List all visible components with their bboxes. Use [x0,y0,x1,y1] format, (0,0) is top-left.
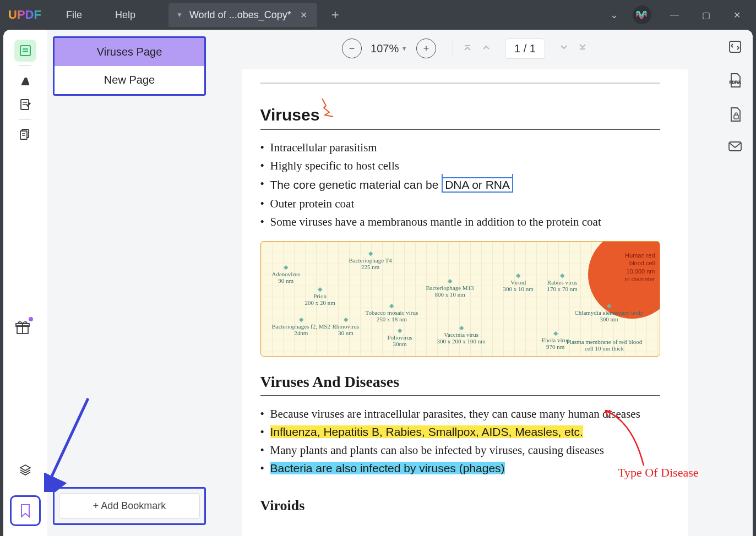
convert-icon [728,40,742,54]
bookmark-item[interactable]: New Page [55,66,204,94]
list-item: Highly specific to host cells [260,157,660,175]
list-item: Outer protein coat [260,195,660,213]
document-viewport[interactable]: Viruses Intracellular parasitism Highly … [211,67,717,536]
bookmark-icon [19,504,31,518]
last-page-button[interactable] [578,43,587,54]
document-page: Viruses Intracellular parasitism Highly … [242,69,688,536]
share-button[interactable] [728,141,742,154]
annotate-button[interactable] [14,69,36,91]
diagram-label: ◆Rhinovirus30 nm [333,316,360,336]
squiggle-annotation [319,96,341,118]
diagram-label: ◆Bacteriophage T4225 nm [349,250,392,270]
edit-page-icon [19,99,31,111]
pdfa-icon: PDF/A [728,73,742,88]
handwriting-annotation: Type Of Disease [618,466,698,480]
arrow-annotation [44,393,99,492]
diagram-label: ◆Adenovirus90 nm [272,264,300,284]
bookmarks-panel-button[interactable] [10,495,41,526]
bullet-list: Intracellular parasitism Highly specific… [260,139,660,231]
prev-page-button[interactable] [482,43,491,54]
thumbnails-button[interactable] [14,40,36,62]
diagram-label: ◆Poliovirus30nm [388,327,412,347]
convert-button[interactable] [728,40,742,56]
list-item: Intracellular parasitism [260,139,660,157]
gift-icon [14,319,31,336]
diagram-label: ◆Viroid300 x 10 nm [503,272,534,292]
arrow-annotation [600,405,655,471]
svg-rect-15 [730,41,741,52]
bookmarks-panel: Viruses Page New Page + Add Bookmark [47,30,211,536]
layers-icon [19,463,32,477]
heading-diseases: Viruses And Diseases [260,373,400,391]
menu-help[interactable]: Help [99,9,152,21]
list-item: Some viruses have a membranous mantle in… [260,213,660,231]
add-bookmark-button[interactable]: + Add Bookmark [59,493,200,519]
diagram-label: Plasma membrane of red blood cell 10 nm … [566,338,643,352]
thumbnails-icon [19,45,31,57]
pdfa-button[interactable]: PDF/A [728,73,742,90]
tab-close-icon[interactable]: ✕ [298,10,309,20]
menu-file[interactable]: File [50,9,99,21]
layers-button[interactable] [14,459,36,481]
left-rail [3,30,47,536]
heading-viroids: Viroids [260,497,305,514]
close-button[interactable]: ✕ [729,6,745,25]
tab-title: World of ...obes_Copy* [189,9,291,21]
svg-rect-17 [734,115,738,119]
diagram-label: ◆Bacteriophages f2, MS224nm [272,316,331,336]
zoom-out-button[interactable]: − [342,39,362,58]
tab-dropdown-icon[interactable]: ▼ [176,11,183,19]
chevron-down-icon: ▼ [401,45,407,52]
minimize-button[interactable]: — [666,6,683,24]
lock-page-icon [728,107,742,122]
document-tab[interactable]: ▼ World of ...obes_Copy* ✕ [168,3,317,27]
edit-button[interactable] [14,94,36,116]
diagram-label: ◆Prion200 x 20 nm [305,286,335,306]
window-dropdown-icon[interactable]: ⌄ [610,9,618,21]
boxed-text-annotation: DNA or RNA [442,177,513,193]
diagram-label: ◆Rabies virus170 x 70 nm [547,272,578,292]
pages-button[interactable] [14,123,36,145]
gift-button[interactable] [14,319,31,338]
list-item: The core genetic material can be DNA or … [260,175,660,195]
diagram-label: Human redblood cell10,000 nmin diameter [625,251,655,283]
diagram-label: ◆Bacteriophage M13800 x 10 nm [426,277,474,298]
maximize-button[interactable]: ▢ [698,6,715,25]
svg-text:PDF/A: PDF/A [730,80,741,84]
zoom-in-button[interactable]: + [416,39,436,58]
diagram-label: ◆Chlamydia elementary body300 nm [575,302,644,322]
svg-rect-18 [729,142,741,151]
svg-line-14 [50,398,88,481]
svg-rect-3 [21,84,29,85]
diagram-label: ◆Vaccinia virus300 x 200 x 100 nm [437,324,486,344]
protect-button[interactable] [728,107,742,124]
page-indicator[interactable]: 1 / 1 [505,39,545,59]
highlighter-icon [19,74,31,86]
wave-icon [636,11,648,19]
new-tab-button[interactable]: + [327,7,344,23]
app-logo: UPDF [0,8,50,22]
zoom-level[interactable]: 107%▼ [371,42,407,55]
pages-icon [19,128,31,140]
add-bookmark-wrap: + Add Bookmark [53,487,206,525]
bookmark-item[interactable]: Viruses Page [55,38,204,66]
right-rail: PDF/A [717,30,753,536]
titlebar: UPDF File Help ▼ World of ...obes_Copy* … [0,0,756,30]
main-area: − 107%▼ + 1 / 1 Viruses Intracellular [211,30,717,536]
mail-icon [728,141,742,152]
view-toolbar: − 107%▼ + 1 / 1 [211,30,717,67]
heading-viruses: Viruses [260,106,320,124]
diagram-label: ◆Ebola virus970 nm [542,330,569,350]
next-page-button[interactable] [559,43,568,54]
first-page-button[interactable] [463,43,472,54]
virus-diagram: Human redblood cell10,000 nmin diameter … [260,241,660,357]
theme-button[interactable] [633,6,651,24]
diagram-label: ◆Tobacco mosaic virus250 x 18 nm [366,302,418,322]
bookmark-list: Viruses Page New Page [53,36,206,96]
